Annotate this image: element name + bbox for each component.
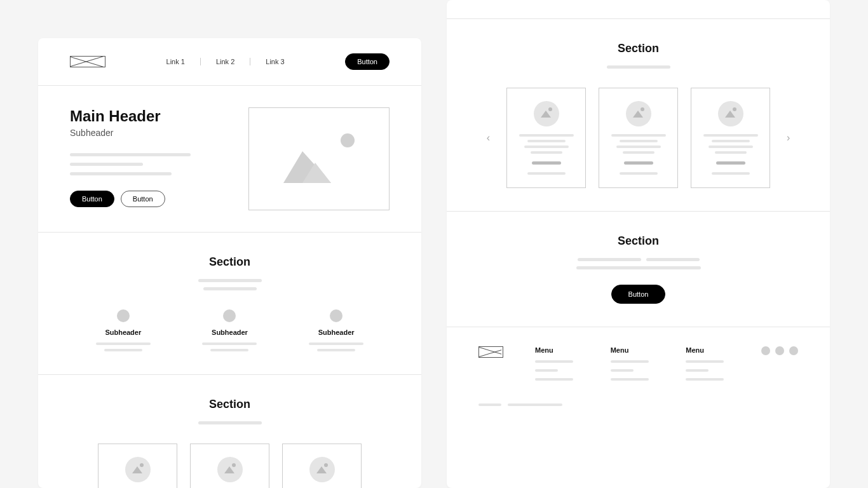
feature-item: Subheader: [85, 309, 161, 351]
card-image-placeholder: [217, 457, 243, 482]
cta-text-placeholder: [478, 258, 798, 269]
nav-link-1[interactable]: Link 1: [151, 58, 201, 65]
footer-menu-title: Menu: [611, 346, 654, 354]
hero-title: Main Header: [70, 107, 229, 125]
nav-links: Link 1 Link 2 Link 3: [131, 58, 320, 65]
section-title: Section: [478, 234, 798, 248]
section-subtitle-placeholder: [70, 279, 390, 290]
nav-link-2[interactable]: Link 2: [201, 58, 250, 65]
card[interactable]: [98, 444, 177, 488]
card-button-placeholder[interactable]: [624, 161, 653, 165]
footer-link-placeholder[interactable]: [686, 378, 724, 381]
card-text-placeholder: [700, 134, 761, 154]
carousel-card[interactable]: [506, 88, 586, 188]
cta-section: Section Button: [447, 212, 830, 327]
feature-title: Subheader: [318, 329, 355, 336]
features-row: Subheader Subheader Subheader: [70, 309, 390, 351]
nav-bar: Link 1 Link 2 Link 3 Button: [38, 38, 421, 86]
hero-content: Main Header Subheader Button Button: [70, 107, 229, 210]
card-image-placeholder: [534, 101, 559, 126]
footer-link-placeholder[interactable]: [611, 360, 649, 363]
hero-section: Main Header Subheader Button Button: [38, 86, 421, 233]
section-title: Section: [70, 398, 390, 411]
card-image-placeholder: [718, 101, 743, 126]
carousel: ‹: [478, 88, 798, 188]
feature-item: Subheader: [191, 309, 268, 351]
card-text-placeholder: [516, 134, 576, 154]
footer-link-placeholder[interactable]: [535, 378, 573, 381]
feature-icon: [330, 309, 342, 322]
cta-button[interactable]: Button: [611, 285, 666, 304]
feature-title: Subheader: [105, 329, 141, 336]
carousel-section: Section ‹: [447, 19, 830, 212]
card-image-placeholder: [626, 101, 651, 126]
footer-link-placeholder[interactable]: [686, 360, 724, 363]
feature-icon: [117, 309, 130, 322]
card[interactable]: [282, 444, 362, 488]
footer-link-placeholder[interactable]: [535, 369, 558, 372]
carousel-prev-icon[interactable]: ‹: [483, 132, 494, 144]
footer-link-placeholder[interactable]: [611, 369, 634, 372]
card[interactable]: [190, 444, 269, 488]
hero-text-placeholder: [70, 153, 229, 175]
logo-placeholder[interactable]: [70, 56, 105, 67]
section-title: Section: [478, 42, 798, 55]
section-subtitle-placeholder: [478, 65, 798, 69]
cards-section: Section: [38, 375, 421, 488]
footer-bottom-placeholder: [478, 403, 798, 406]
footer: Menu Menu Menu: [447, 327, 830, 425]
nav-link-3[interactable]: Link 3: [250, 58, 299, 65]
feature-title: Subheader: [212, 329, 248, 336]
wireframe-page-bottom: Section ‹: [447, 0, 830, 488]
hero-image-placeholder: [248, 107, 390, 210]
carousel-card[interactable]: [691, 88, 770, 188]
footer-menu-title: Menu: [686, 346, 729, 354]
feature-item: Subheader: [298, 309, 374, 351]
card-image-placeholder: [125, 457, 151, 482]
nav-cta-button[interactable]: Button: [345, 53, 390, 70]
hero-primary-button[interactable]: Button: [70, 191, 114, 207]
card-button-placeholder[interactable]: [532, 161, 561, 165]
section-subtitle-placeholder: [70, 421, 390, 424]
footer-link-placeholder[interactable]: [611, 378, 649, 381]
footer-menu-title: Menu: [535, 346, 579, 354]
section-title: Section: [70, 255, 390, 269]
footer-menu: Menu: [535, 346, 579, 381]
carousel-card[interactable]: [599, 88, 678, 188]
card-button-placeholder[interactable]: [716, 161, 745, 165]
carousel-next-icon[interactable]: ›: [783, 132, 794, 144]
footer-menu: Menu: [686, 346, 729, 381]
social-icon[interactable]: [789, 346, 798, 355]
hero-actions: Button Button: [70, 191, 229, 207]
hero-subtitle: Subheader: [70, 128, 229, 138]
feature-icon: [223, 309, 236, 322]
footer-link-placeholder[interactable]: [686, 369, 709, 372]
wireframe-page-top: Link 1 Link 2 Link 3 Button Main Header …: [38, 38, 421, 488]
hero-secondary-button[interactable]: Button: [121, 191, 165, 207]
social-icons: [761, 346, 798, 355]
footer-logo-placeholder[interactable]: [478, 346, 503, 358]
social-icon[interactable]: [761, 346, 770, 355]
card-text-placeholder: [608, 134, 668, 154]
cards-row: [70, 444, 390, 488]
features-section: Section Subheader Subheader Subheader: [38, 233, 421, 375]
card-image-placeholder: [309, 457, 335, 482]
footer-link-placeholder[interactable]: [535, 360, 573, 363]
social-icon[interactable]: [775, 346, 784, 355]
image-icon: [341, 133, 355, 147]
footer-menu: Menu: [611, 346, 654, 381]
